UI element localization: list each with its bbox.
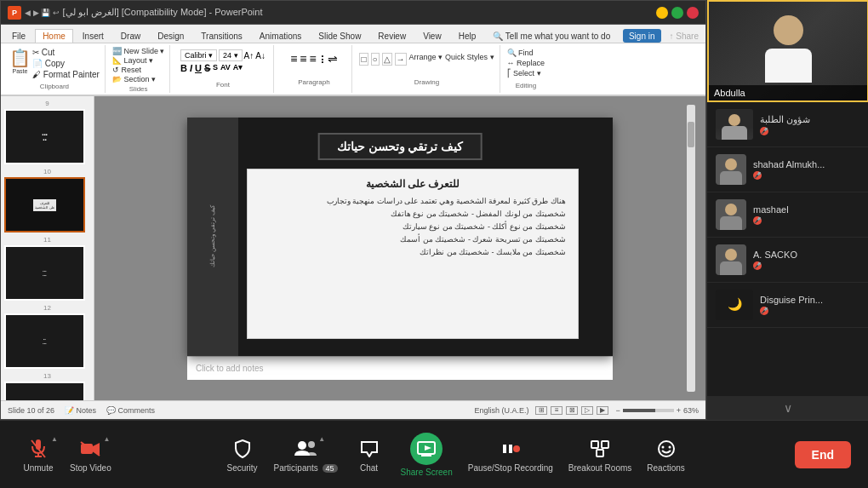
participants-label: Participants 45 bbox=[274, 463, 338, 473]
slide-thumb-13[interactable]: ▪▪▪ bbox=[4, 382, 85, 400]
reading-view-btn[interactable]: ▷ bbox=[581, 406, 593, 415]
main-video-name: Abdulla bbox=[709, 85, 867, 100]
arrange-btn[interactable]: Arrange ▾ bbox=[409, 53, 443, 66]
security-label: Security bbox=[226, 463, 257, 473]
participant-item-1[interactable]: shahad Almukh... 🎤 bbox=[707, 147, 868, 192]
tab-search[interactable]: 🔍 Tell me what you want to do bbox=[485, 29, 618, 43]
scrollbar-thumb bbox=[688, 122, 694, 147]
find-btn[interactable]: 🔍 Find bbox=[507, 49, 545, 57]
slideshow-btn[interactable]: ▶ bbox=[597, 406, 608, 415]
format-painter-btn[interactable]: 🖌 Format Painter bbox=[32, 70, 100, 79]
zoom-in-btn[interactable]: + bbox=[677, 406, 681, 415]
view-icons: ⊞ ≡ ⊠ ▷ ▶ bbox=[535, 406, 608, 415]
tab-home[interactable]: Home bbox=[35, 29, 73, 43]
tab-draw[interactable]: Draw bbox=[113, 29, 148, 43]
section-btn[interactable]: 📂 Section ▾ bbox=[112, 75, 165, 83]
chat-button[interactable]: Chat bbox=[348, 433, 391, 476]
reactions-button[interactable]: Reactions bbox=[642, 433, 689, 476]
align-right-btn[interactable]: ≡ bbox=[290, 52, 297, 66]
text-direction-btn[interactable]: ⇌ bbox=[328, 52, 338, 66]
breakout-svg bbox=[591, 440, 609, 457]
decrease-font-btn[interactable]: A↓ bbox=[255, 51, 266, 60]
align-left-btn[interactable]: ≡ bbox=[310, 52, 317, 66]
tab-view[interactable]: View bbox=[415, 29, 449, 43]
replace-btn[interactable]: ↔ Replace bbox=[507, 59, 545, 67]
unmute-button[interactable]: ▲ Unmute bbox=[17, 433, 60, 476]
share-screen-button[interactable]: Share Screen bbox=[396, 429, 458, 480]
pause-stop-button[interactable]: Pause/Stop Recording bbox=[463, 433, 558, 476]
new-slide-btn[interactable]: 🆕 New Slide ▾ bbox=[112, 47, 165, 55]
pv-head bbox=[728, 114, 740, 126]
slide-sorter-btn[interactable]: ⊠ bbox=[566, 406, 578, 415]
columns-btn[interactable]: ⫶ bbox=[319, 52, 325, 66]
security-button[interactable]: Security bbox=[221, 433, 264, 476]
shape-item[interactable]: ○ bbox=[371, 53, 380, 66]
participant-main-video: Abdulla bbox=[707, 0, 868, 102]
slide-title[interactable]: كيف ترتقي وتحسن حياتك bbox=[318, 133, 483, 160]
pv-body bbox=[722, 126, 747, 140]
participants-button[interactable]: ▲ Participants 45 bbox=[269, 433, 343, 476]
font-color-btn[interactable]: A▾ bbox=[233, 63, 243, 74]
reset-btn[interactable]: ↺ Reset bbox=[112, 66, 165, 74]
minimize-button[interactable] bbox=[656, 7, 668, 19]
end-meeting-button[interactable]: End bbox=[795, 441, 851, 468]
notes-icon[interactable]: 📝 Notes bbox=[65, 406, 96, 415]
shape-item[interactable]: □ bbox=[359, 53, 368, 66]
slide-num-10: 10 bbox=[4, 168, 90, 175]
main-area: P ◀ ▶ 💾 ↩ [الغرض ابو لي] [Compatibility … bbox=[0, 0, 868, 420]
slide-thumb-12[interactable]: ▪▪▪▪▪ bbox=[4, 313, 85, 369]
underline-btn[interactable]: U bbox=[195, 63, 202, 74]
cut-btn[interactable]: ✂ Cut bbox=[32, 48, 100, 57]
participants-caret: ▲ bbox=[318, 435, 325, 443]
tab-review[interactable]: Review bbox=[370, 29, 414, 43]
tab-help[interactable]: Help bbox=[451, 29, 484, 43]
vertical-scrollbar[interactable] bbox=[687, 105, 695, 392]
tab-file[interactable]: File bbox=[4, 29, 33, 43]
zoom-slider[interactable] bbox=[623, 409, 674, 412]
window-title: [الغرض ابو لي] [Compatibility Mode] - Po… bbox=[63, 7, 263, 18]
outline-view-btn[interactable]: ≡ bbox=[551, 406, 562, 415]
participant-item-2[interactable]: mashael 🎤 bbox=[707, 192, 868, 238]
font-size-dropdown[interactable]: 24 ▾ bbox=[219, 49, 243, 61]
quick-styles-btn[interactable]: Quick Styles ▾ bbox=[445, 53, 494, 66]
signin-button[interactable]: Sign in bbox=[623, 29, 661, 43]
participant-item-0[interactable]: شؤون الطلبة 🎤 bbox=[707, 102, 868, 147]
close-button[interactable] bbox=[687, 7, 699, 19]
stop-video-button[interactable]: ▲ Stop Video bbox=[65, 433, 117, 476]
slide-thumb-11[interactable]: ▪▪▪▪▪▪ bbox=[4, 245, 85, 301]
shape-item[interactable]: △ bbox=[382, 53, 392, 66]
increase-font-btn[interactable]: A↑ bbox=[244, 51, 254, 60]
paste-btn[interactable]: 📋 Paste bbox=[9, 48, 31, 79]
breakout-rooms-button[interactable]: Breakout Rooms bbox=[563, 433, 637, 476]
slide-thumb-9[interactable]: ▪▪▪▪▪ bbox=[4, 109, 85, 164]
zoom-out-btn[interactable]: − bbox=[615, 406, 620, 415]
font-family-dropdown[interactable]: Calibri ▾ bbox=[180, 49, 217, 61]
participant-item-3[interactable]: A. SACKO 🎤 bbox=[707, 238, 868, 283]
comments-icon[interactable]: 💬 Comments bbox=[106, 406, 155, 415]
spacing-btn[interactable]: AV bbox=[220, 63, 231, 74]
layout-btn[interactable]: 📐 Layout ▾ bbox=[112, 56, 165, 65]
participants-panel: Abdulla شؤون الطلبة 🎤 bbox=[706, 0, 868, 420]
strikethrough-btn[interactable]: S̶ bbox=[204, 63, 210, 74]
copy-btn[interactable]: 📄 Copy bbox=[32, 59, 100, 68]
italic-btn[interactable]: I bbox=[190, 63, 192, 74]
normal-view-btn[interactable]: ⊞ bbox=[535, 406, 547, 415]
share-button[interactable]: ↑ Share bbox=[666, 30, 702, 43]
participant-item-4[interactable]: 🌙 Disguise Prin... 🎤 bbox=[707, 283, 868, 328]
maximize-button[interactable] bbox=[671, 7, 683, 19]
slide-thumb-10[interactable]: للتعرفعلى الشخصية bbox=[4, 177, 85, 233]
tab-animations[interactable]: Animations bbox=[252, 29, 309, 43]
tab-transitions[interactable]: Transitions bbox=[193, 29, 250, 43]
tab-insert[interactable]: Insert bbox=[75, 29, 111, 43]
bold-btn[interactable]: B bbox=[180, 63, 187, 74]
tab-design[interactable]: Design bbox=[150, 29, 191, 43]
shape-item[interactable]: → bbox=[395, 53, 407, 66]
slide-canvas[interactable]: كيف ترتقي وتحسن حياتك كيف ترتقي وتحسن حي… bbox=[187, 118, 613, 356]
tab-slideshow[interactable]: Slide Show bbox=[311, 29, 368, 43]
select-btn[interactable]: ⎡ Select ▾ bbox=[507, 69, 545, 78]
slide-notes[interactable]: Click to add notes bbox=[187, 356, 613, 380]
align-center-btn[interactable]: ≡ bbox=[300, 52, 306, 66]
expand-participants-btn[interactable]: ∨ bbox=[707, 396, 868, 420]
shadow-btn[interactable]: S bbox=[213, 63, 218, 74]
slide-content-box[interactable]: للتعرف على الشخصية هناك طرق كثيرة لمعرفة… bbox=[247, 169, 579, 339]
